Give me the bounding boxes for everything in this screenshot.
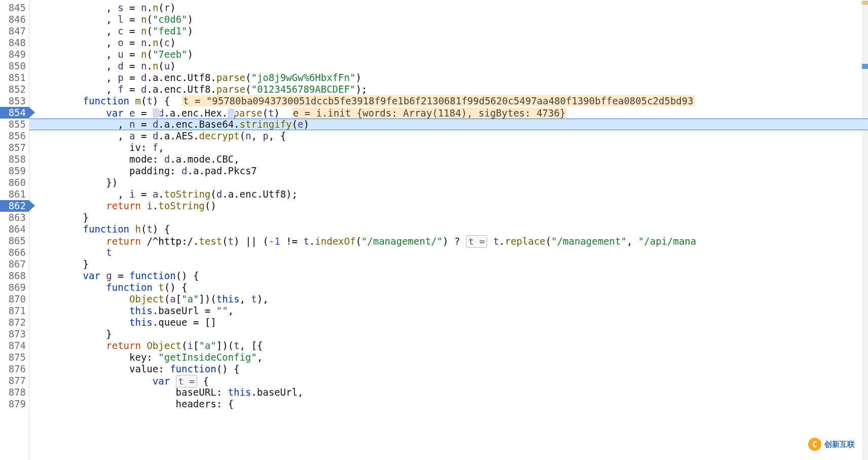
code-line[interactable]: , c = n("fed1") bbox=[29, 25, 868, 37]
line-number[interactable]: 853 bbox=[0, 95, 29, 107]
line-number[interactable]: 872 bbox=[0, 317, 29, 328]
line-number[interactable]: 866 bbox=[0, 247, 29, 258]
code-line[interactable]: Object(a["a"])(this, t), bbox=[29, 293, 868, 305]
line-number[interactable]: 868 bbox=[0, 270, 29, 282]
code-line[interactable]: , a = d.a.AES.decrypt(n, p, { bbox=[29, 130, 868, 142]
code-line[interactable]: , o = n.n(c) bbox=[29, 37, 868, 49]
code-line[interactable]: , f = d.a.enc.Utf8.parse("0123456789ABCD… bbox=[29, 84, 868, 95]
code-line[interactable]: t bbox=[29, 247, 868, 258]
code-line[interactable]: , l = n("c0d6") bbox=[29, 14, 868, 25]
code-line[interactable]: } bbox=[29, 212, 868, 223]
code-line[interactable]: , i = a.toString(d.a.enc.Utf8); bbox=[29, 188, 868, 200]
line-number[interactable]: 850 bbox=[0, 60, 29, 72]
line-number-gutter[interactable]: 8458468478488498508518528538548558568578… bbox=[0, 0, 29, 460]
code-line[interactable]: function t() { bbox=[29, 282, 868, 293]
line-number[interactable]: 851 bbox=[0, 72, 29, 84]
line-number[interactable]: 862 bbox=[0, 200, 29, 212]
line-number[interactable]: 857 bbox=[0, 142, 29, 154]
code-line[interactable]: } bbox=[29, 328, 868, 340]
watermark-icon: C bbox=[808, 438, 821, 451]
code-line[interactable]: , u = n("7eeb") bbox=[29, 49, 868, 60]
line-number[interactable]: 870 bbox=[0, 293, 29, 305]
code-line[interactable]: , n = d.a.enc.Base64.stringify(e) bbox=[29, 119, 868, 130]
code-line[interactable]: function m(t) { t = "95780ba0943730051dc… bbox=[29, 95, 868, 107]
line-number[interactable]: 861 bbox=[0, 188, 29, 200]
code-line[interactable]: return i.toString() bbox=[29, 200, 868, 212]
code-line[interactable]: this.queue = [] bbox=[29, 317, 868, 328]
code-line[interactable]: iv: f, bbox=[29, 142, 868, 154]
code-line[interactable]: var t = { bbox=[29, 375, 868, 387]
line-number[interactable]: 852 bbox=[0, 84, 29, 95]
line-number[interactable]: 875 bbox=[0, 352, 29, 363]
code-editor[interactable]: 8458468478488498508518528538548558568578… bbox=[0, 0, 868, 460]
watermark: C 创新互联 bbox=[808, 438, 855, 451]
line-number[interactable]: 876 bbox=[0, 363, 29, 375]
code-line[interactable]: value: function() { bbox=[29, 363, 868, 375]
code-line[interactable]: var g = function() { bbox=[29, 270, 868, 282]
code-line[interactable]: baseURL: this.baseUrl, bbox=[29, 387, 868, 398]
line-number[interactable]: 869 bbox=[0, 282, 29, 293]
line-number[interactable]: 865 bbox=[0, 235, 29, 247]
line-number[interactable]: 873 bbox=[0, 328, 29, 340]
line-number[interactable]: 855 bbox=[0, 119, 29, 130]
code-area[interactable]: , s = n.n(r) , l = n("c0d6") , c = n("fe… bbox=[29, 0, 868, 460]
line-number[interactable]: 859 bbox=[0, 165, 29, 177]
code-line[interactable]: mode: d.a.mode.CBC, bbox=[29, 154, 868, 165]
code-line[interactable]: , p = d.a.enc.Utf8.parse("jo8j9wGw%6Hbxf… bbox=[29, 72, 868, 84]
line-number[interactable]: 864 bbox=[0, 223, 29, 235]
line-number[interactable]: 878 bbox=[0, 387, 29, 398]
code-line[interactable]: return /^http:/.test(t) || (-1 != t.inde… bbox=[29, 235, 868, 247]
line-number[interactable]: 846 bbox=[0, 14, 29, 25]
line-number[interactable]: 847 bbox=[0, 25, 29, 37]
line-number[interactable]: 849 bbox=[0, 49, 29, 60]
code-line[interactable]: padding: d.a.pad.Pkcs7 bbox=[29, 165, 868, 177]
watermark-text: 创新互联 bbox=[824, 440, 855, 449]
code-line[interactable]: key: "getInsideConfig", bbox=[29, 352, 868, 363]
line-number[interactable]: 877 bbox=[0, 375, 29, 387]
line-number[interactable]: 863 bbox=[0, 212, 29, 223]
code-line[interactable]: function h(t) { bbox=[29, 223, 868, 235]
line-number[interactable]: 845 bbox=[0, 2, 29, 14]
code-line[interactable]: var e = d.a.enc.Hex.parse(t) e = i.init … bbox=[29, 107, 868, 119]
line-number[interactable]: 874 bbox=[0, 340, 29, 352]
line-number[interactable]: 860 bbox=[0, 177, 29, 188]
code-line[interactable]: , s = n.n(r) bbox=[29, 2, 868, 14]
line-number[interactable]: 848 bbox=[0, 37, 29, 49]
code-line[interactable]: return Object(i["a"])(t, [{ bbox=[29, 340, 868, 352]
line-number[interactable]: 879 bbox=[0, 398, 29, 410]
code-line[interactable]: } bbox=[29, 258, 868, 270]
code-line[interactable]: this.baseUrl = "", bbox=[29, 305, 868, 317]
code-line[interactable]: }) bbox=[29, 177, 868, 188]
code-line[interactable]: headers: { bbox=[29, 398, 868, 410]
line-number[interactable]: 858 bbox=[0, 154, 29, 165]
line-number[interactable]: 871 bbox=[0, 305, 29, 317]
line-number[interactable]: 867 bbox=[0, 258, 29, 270]
code-line[interactable]: , d = n.n(u) bbox=[29, 60, 868, 72]
line-number[interactable]: 854 bbox=[0, 107, 29, 119]
line-number[interactable]: 856 bbox=[0, 130, 29, 142]
